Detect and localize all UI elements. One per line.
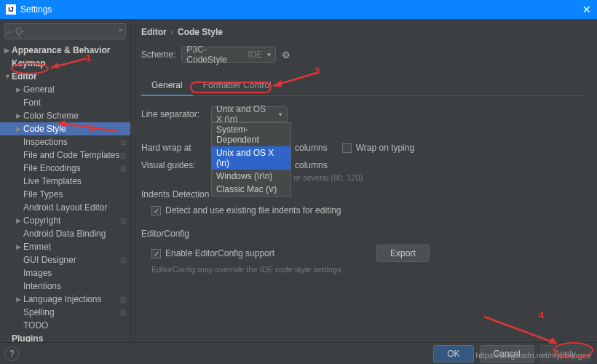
- crumb-editor[interactable]: Editor: [141, 27, 167, 37]
- tree-copyright[interactable]: ▶Copyright⊡: [0, 214, 130, 227]
- tree-appearance[interactable]: ▶Appearance & Behavior: [0, 44, 130, 57]
- tree-editor[interactable]: ▼Editor: [0, 70, 130, 83]
- search-input[interactable]: [4, 23, 126, 39]
- tab-formatter[interactable]: Formatter Control: [193, 76, 282, 95]
- window-title: Settings: [20, 4, 52, 15]
- titlebar: IJ Settings ✕: [0, 0, 597, 19]
- breadcrumb: Editor › Code Style: [141, 25, 587, 39]
- export-button[interactable]: Export: [376, 245, 430, 262]
- tree-android-layout[interactable]: Android Layout Editor: [0, 201, 130, 214]
- line-separator-options: System-Dependent Unix and OS X (\n) Wind…: [211, 122, 291, 197]
- gear-icon[interactable]: ⚙: [282, 50, 290, 60]
- tree-spelling[interactable]: Spelling⊡: [0, 306, 130, 319]
- chevron-right-icon: ›: [171, 28, 173, 36]
- opt-classic-mac[interactable]: Classic Mac (\r): [212, 183, 290, 196]
- tree-code-style[interactable]: ▶Code Style⊡: [0, 122, 130, 135]
- tab-general[interactable]: General: [141, 76, 193, 96]
- tree-gui-designer[interactable]: GUI Designer⊡: [0, 253, 130, 266]
- line-separator-label: Line separator:: [141, 109, 204, 119]
- opt-unix[interactable]: Unix and OS X (\n): [212, 146, 290, 170]
- opt-system[interactable]: System-Dependent: [212, 123, 290, 146]
- search-icon: ⌕: [7, 26, 12, 35]
- tree-todo[interactable]: TODO: [0, 319, 130, 332]
- scheme-label: Scheme:: [141, 50, 175, 60]
- main-panel: Editor › Code Style Scheme: P3C-CodeStyl…: [131, 19, 597, 345]
- tree-intentions[interactable]: Intentions: [0, 280, 130, 293]
- line-separator-dropdown[interactable]: Unix and OS X (\n)▼ System-Dependent Uni…: [211, 106, 288, 122]
- visual-guides-label: Visual guides:: [141, 160, 204, 170]
- close-icon[interactable]: ✕: [582, 4, 591, 15]
- visual-guides-unit: columns: [295, 160, 328, 170]
- tree-font[interactable]: Font: [0, 96, 130, 109]
- tree-color-scheme[interactable]: ▶Color Scheme: [0, 109, 130, 122]
- tree-emmet[interactable]: ▶Emmet: [0, 240, 130, 253]
- wrap-typing-checkbox[interactable]: [342, 143, 352, 153]
- tree-keymap[interactable]: Keymap: [0, 57, 130, 70]
- tree-file-types[interactable]: File Types: [0, 188, 130, 201]
- scheme-combo[interactable]: P3C-CodeStyleIDE▼: [181, 47, 276, 63]
- opt-windows[interactable]: Windows (\r\n): [212, 170, 290, 183]
- wrap-typing-label: Wrap on typing: [356, 143, 415, 153]
- detect-indents-label: Detect and use existing file indents for…: [165, 205, 341, 215]
- tree-language-injections[interactable]: ▶Language Injections⊡: [0, 293, 130, 306]
- annotation-num-2: 2: [89, 122, 94, 133]
- editorconfig-checkbox[interactable]: ✓: [151, 249, 161, 258]
- crumb-code-style: Code Style: [178, 27, 223, 37]
- settings-tree: ▶Appearance & Behavior Keymap ▼Editor ▶G…: [0, 44, 130, 345]
- ok-button[interactable]: OK: [433, 345, 473, 363]
- editorconfig-title: EditorConfig: [141, 229, 587, 239]
- tree-file-encodings[interactable]: File Encodings⊡: [0, 162, 130, 175]
- tree-general[interactable]: ▶General: [0, 83, 130, 96]
- annotation-num-4: 4: [539, 309, 544, 320]
- tree-live-templates[interactable]: Live Templates: [0, 175, 130, 188]
- chevron-down-icon: ▼: [277, 111, 283, 118]
- tree-images[interactable]: Images: [0, 266, 130, 280]
- tree-inspections[interactable]: Inspections⊡: [0, 135, 130, 149]
- editorconfig-label: Enable EditorConfig support: [165, 248, 274, 258]
- editorconfig-hint: EditorConfig may override the IDE code s…: [151, 265, 587, 274]
- help-button[interactable]: ?: [4, 347, 19, 361]
- annotation-num-1: 1: [86, 52, 91, 63]
- tabs: General Formatter Control: [141, 76, 587, 96]
- tree-file-code-templates[interactable]: File and Code Templates⊡: [0, 149, 130, 162]
- clear-icon[interactable]: ×: [119, 25, 123, 34]
- search-box: ⌕ ×: [4, 23, 126, 39]
- detect-indents-checkbox[interactable]: ✓: [151, 206, 161, 215]
- cfg-icon: ⊡: [120, 125, 127, 133]
- indents-title: Indents Detection: [141, 189, 587, 199]
- sidebar: ⌕ × ▶Appearance & Behavior Keymap ▼Edito…: [0, 19, 131, 345]
- hard-wrap-label: Hard wrap at: [141, 143, 204, 153]
- watermark: https://blog.csdn.net/mychangee: [476, 351, 591, 360]
- hard-wrap-unit: columns: [295, 143, 328, 153]
- annotation-num-3: 3: [315, 66, 320, 76]
- tree-android-data[interactable]: Android Data Binding: [0, 227, 130, 240]
- chevron-down-icon: ▼: [266, 52, 272, 58]
- app-icon: IJ: [6, 4, 16, 15]
